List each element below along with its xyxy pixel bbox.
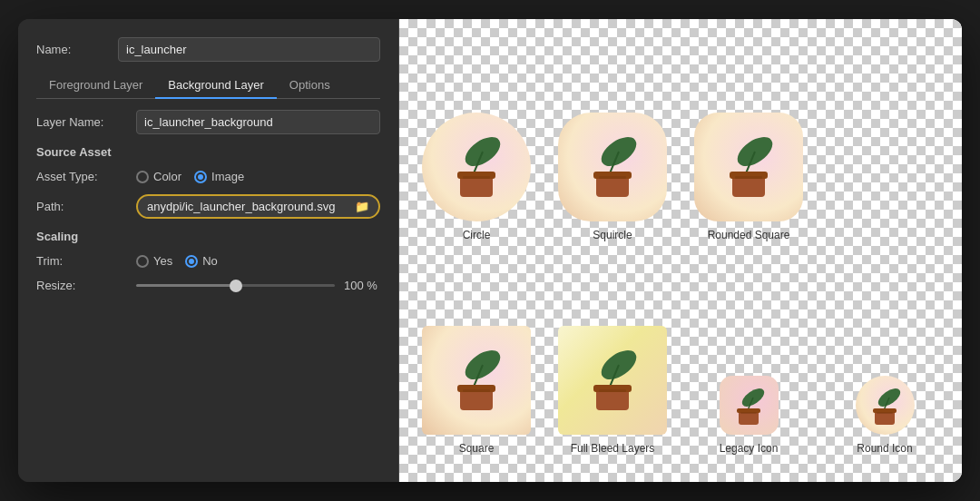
preview-cell-legacy: Legacy Icon — [681, 250, 817, 464]
trim-yes[interactable]: Yes — [136, 254, 172, 268]
tab-foreground[interactable]: Foreground Layer — [36, 73, 155, 99]
icon-fullbleed-wrapper — [558, 326, 667, 435]
name-label: Name: — [36, 43, 109, 56]
svg-rect-4 — [463, 176, 490, 179]
right-panel: Circle Squircle — [399, 19, 962, 482]
path-field-wrapper: anydpi/ic_launcher_background.svg 📁 — [136, 194, 380, 219]
resize-slider[interactable] — [136, 284, 335, 287]
preview-cell-empty — [817, 37, 953, 250]
tab-background[interactable]: Background Layer — [155, 73, 277, 99]
preview-cell-rounded: Rounded Square — [681, 37, 817, 250]
source-asset-title: Source Asset — [36, 145, 380, 159]
asset-type-radio-group: Color Image — [136, 170, 244, 183]
radio-color-circle — [136, 171, 149, 183]
trim-radio-group: Yes No — [136, 254, 218, 268]
layer-name-label: Layer Name: — [36, 115, 127, 129]
layer-name-input[interactable] — [136, 110, 380, 134]
radio-trim-yes-label: Yes — [153, 254, 172, 268]
radio-trim-no-circle — [185, 255, 198, 268]
trim-no[interactable]: No — [185, 254, 218, 268]
preview-grid: Circle Squircle — [399, 19, 962, 482]
icon-rounded — [694, 113, 803, 221]
path-text: anydpi/ic_launcher_background.svg — [147, 200, 349, 213]
radio-trim-yes-circle — [136, 255, 149, 268]
icon-circle-wrapper — [422, 113, 531, 221]
radio-color-label: Color — [153, 170, 181, 183]
scaling-section: Scaling — [36, 230, 380, 243]
asset-type-row: Asset Type: Color Image — [36, 170, 380, 183]
tab-options[interactable]: Options — [277, 73, 343, 99]
trim-row: Trim: Yes No — [36, 254, 380, 268]
fullbleed-label: Full Bleed Layers — [571, 442, 655, 455]
svg-rect-14 — [735, 176, 762, 179]
squircle-label: Squircle — [593, 229, 632, 241]
trim-label: Trim: — [36, 254, 127, 268]
icon-squircle-wrapper — [558, 113, 667, 221]
square-label: Square — [459, 442, 495, 455]
main-window: Name: Foreground Layer Background Layer … — [18, 19, 962, 482]
asset-type-image[interactable]: Image — [194, 170, 244, 183]
preview-cell-round: Round Icon — [817, 250, 953, 464]
icon-squircle — [558, 113, 667, 221]
scaling-title: Scaling — [36, 230, 380, 243]
name-input[interactable] — [118, 37, 380, 62]
icon-square-wrapper — [422, 326, 531, 435]
rounded-label: Rounded Square — [708, 229, 790, 241]
path-label: Path: — [36, 200, 127, 213]
preview-cell-circle: Circle — [408, 37, 544, 250]
layer-name-row: Layer Name: — [36, 110, 380, 134]
svg-rect-29 — [740, 412, 757, 414]
preview-cell-fullbleed: Full Bleed Layers — [544, 250, 681, 464]
folder-icon[interactable]: 📁 — [355, 200, 369, 213]
icon-round — [856, 376, 915, 435]
asset-type-color[interactable]: Color — [136, 170, 181, 183]
preview-cell-square: Square — [408, 250, 544, 464]
radio-image-label: Image — [211, 170, 244, 183]
resize-label: Resize: — [36, 279, 127, 292]
radio-image-circle — [194, 171, 207, 183]
icon-round-wrapper — [856, 376, 915, 435]
resize-row: Resize: 100 % — [36, 279, 380, 292]
svg-rect-34 — [877, 412, 893, 414]
round-label: Round Icon — [857, 442, 912, 455]
path-row: Path: anydpi/ic_launcher_background.svg … — [36, 194, 380, 219]
preview-cell-squircle: Squircle — [544, 37, 681, 250]
name-row: Name: — [36, 37, 380, 62]
source-asset-section: Source Asset — [36, 145, 380, 159]
legacy-label: Legacy Icon — [720, 442, 779, 455]
asset-type-label: Asset Type: — [36, 170, 127, 183]
icon-fullbleed — [558, 326, 667, 435]
slider-container — [136, 284, 335, 287]
svg-rect-24 — [599, 389, 626, 392]
svg-rect-19 — [463, 389, 490, 392]
left-panel: Name: Foreground Layer Background Layer … — [18, 19, 399, 482]
svg-rect-9 — [599, 176, 626, 179]
icon-legacy-wrapper — [720, 376, 779, 435]
icon-square — [422, 326, 531, 435]
tabs-row: Foreground Layer Background Layer Option… — [36, 73, 380, 99]
radio-trim-no-label: No — [202, 254, 218, 268]
circle-label: Circle — [463, 229, 491, 241]
icon-circle — [422, 113, 531, 221]
icon-rounded-wrapper — [694, 113, 803, 221]
icon-legacy — [720, 376, 779, 435]
resize-value: 100 % — [344, 279, 380, 292]
